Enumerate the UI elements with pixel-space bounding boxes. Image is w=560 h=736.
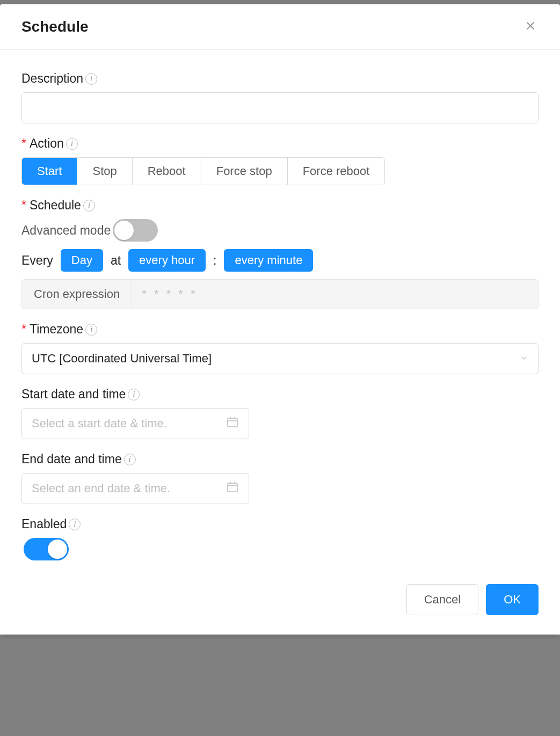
timezone-label: * Timezone i <box>21 322 539 337</box>
ok-button[interactable]: OK <box>486 584 539 615</box>
calendar-icon <box>226 416 239 432</box>
advanced-mode-row: Advanced mode <box>21 219 539 242</box>
end-date-placeholder: Select an end date & time. <box>32 482 170 495</box>
timezone-value: UTC [Coordinated Universal Time] <box>32 352 212 366</box>
info-icon[interactable]: i <box>124 454 136 465</box>
calendar-icon <box>226 480 239 497</box>
action-option-force-stop[interactable]: Force stop <box>201 158 288 185</box>
start-date-label: Start date and time i <box>21 387 539 402</box>
action-field: * Action i Start Stop Reboot Force stop … <box>21 136 539 185</box>
action-label-text: Action <box>30 136 64 151</box>
chevron-down-icon <box>520 352 528 366</box>
action-button-group: Start Stop Reboot Force stop Force reboo… <box>21 157 385 185</box>
schedule-label-text: Schedule <box>30 198 81 213</box>
enabled-toggle[interactable] <box>24 538 69 560</box>
info-icon[interactable]: i <box>69 519 81 530</box>
start-date-input[interactable]: Select a start date & time. <box>21 408 249 439</box>
at-label: at <box>111 253 121 268</box>
end-date-label: End date and time i <box>21 452 539 467</box>
timezone-label-text: Timezone <box>30 322 83 337</box>
required-marker: * <box>21 136 26 151</box>
description-input[interactable] <box>21 92 539 123</box>
action-option-start[interactable]: Start <box>22 158 77 185</box>
schedule-field: * Schedule i Advanced mode Every Day at … <box>21 198 539 309</box>
end-date-input[interactable]: Select an end date & time. <box>21 473 249 504</box>
advanced-mode-label: Advanced mode <box>21 223 111 238</box>
modal-header: Schedule <box>0 4 560 50</box>
required-marker: * <box>21 322 26 337</box>
action-label: * Action i <box>21 136 539 151</box>
info-icon[interactable]: i <box>66 138 78 150</box>
every-select[interactable]: Day <box>61 249 103 272</box>
advanced-mode-toggle[interactable] <box>113 219 158 242</box>
description-label: Description i <box>21 71 539 86</box>
start-date-placeholder: Select a start date & time. <box>32 417 167 431</box>
description-label-text: Description <box>21 71 83 86</box>
schedule-label: * Schedule i <box>21 198 539 213</box>
timezone-field: * Timezone i UTC [Coordinated Universal … <box>21 322 539 374</box>
end-label-text: End date and time <box>21 452 122 467</box>
enabled-label: Enabled i <box>21 517 539 531</box>
every-label: Every <box>21 253 53 268</box>
svg-rect-2 <box>228 418 237 427</box>
modal-footer: Cancel OK <box>0 584 560 635</box>
info-icon[interactable]: i <box>83 200 95 212</box>
cron-expression-label: Cron expression <box>22 280 132 309</box>
time-colon: : <box>213 253 216 268</box>
hour-select[interactable]: every hour <box>128 249 206 272</box>
action-option-reboot[interactable]: Reboot <box>133 158 201 185</box>
close-icon[interactable] <box>522 17 539 37</box>
svg-rect-6 <box>228 483 237 492</box>
start-label-text: Start date and time <box>21 387 126 402</box>
cancel-button[interactable]: Cancel <box>406 584 478 615</box>
action-option-stop[interactable]: Stop <box>77 158 132 185</box>
enabled-field: Enabled i <box>21 517 539 560</box>
end-date-field: End date and time i Select an end date &… <box>21 452 539 504</box>
minute-select[interactable]: every minute <box>224 249 313 272</box>
enabled-label-text: Enabled <box>21 517 67 531</box>
start-date-field: Start date and time i Select a start dat… <box>21 387 539 439</box>
description-field: Description i <box>21 71 539 123</box>
action-option-force-reboot[interactable]: Force reboot <box>288 158 385 185</box>
cron-expression-value: * * * * * <box>132 280 538 309</box>
info-icon[interactable]: i <box>85 73 97 85</box>
schedule-modal: Schedule Description i * Action i Start … <box>0 4 560 635</box>
modal-title: Schedule <box>21 18 88 35</box>
info-icon[interactable]: i <box>128 389 140 400</box>
cron-expression-row: Cron expression * * * * * <box>21 279 539 309</box>
modal-body: Description i * Action i Start Stop Rebo… <box>0 50 560 584</box>
cron-builder-row: Every Day at every hour : every minute <box>21 249 539 272</box>
required-marker: * <box>21 198 26 213</box>
info-icon[interactable]: i <box>85 324 97 336</box>
timezone-select[interactable]: UTC [Coordinated Universal Time] <box>21 343 539 374</box>
